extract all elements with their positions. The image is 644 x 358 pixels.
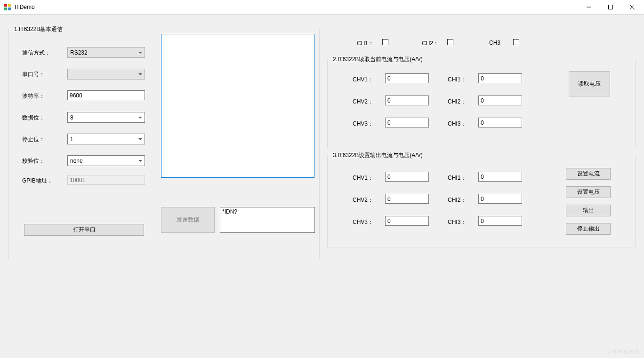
input-baud[interactable]	[67, 90, 145, 100]
chevron-down-icon	[138, 52, 142, 54]
label-data-bits: 数据位：	[22, 114, 45, 122]
chevron-down-icon	[138, 160, 142, 162]
read-voltage-button[interactable]: 读取电压	[569, 71, 610, 96]
input-r-chv3[interactable]	[385, 118, 429, 127]
combo-port[interactable]	[67, 69, 145, 80]
label-stop-bits: 停止位：	[22, 135, 45, 143]
label-ch3: CH3	[489, 40, 500, 46]
label-r-chi2: CHI2：	[448, 98, 466, 106]
label-r-chi1: CHI1：	[448, 76, 466, 84]
input-r-chv2[interactable]	[385, 95, 429, 105]
set-current-button[interactable]: 设置电流	[566, 168, 611, 180]
input-gpib: 10001	[67, 175, 145, 185]
chevron-down-icon	[138, 73, 142, 75]
label-r-chv1: CHV1：	[353, 76, 373, 84]
group-set-iv: 3.IT6322B设置输出电流与电压(A/V) CHV1： CHI1： CHV2…	[327, 155, 636, 247]
label-ch1: CH1：	[357, 40, 374, 48]
stop-output-button[interactable]: 停止输出	[566, 223, 611, 235]
label-parity: 校验位：	[22, 157, 45, 165]
label-port: 串口号：	[22, 71, 45, 79]
input-s-chv2[interactable]	[385, 194, 429, 204]
watermark: CSDN @长济	[608, 348, 639, 355]
label-baud: 波特率：	[22, 92, 45, 100]
label-gpib: GPIB地址：	[22, 177, 53, 185]
titlebar: ITDemo	[0, 0, 644, 15]
svg-rect-2	[4, 8, 7, 10]
label-s-chi2: CHI2：	[448, 196, 466, 204]
chevron-down-icon	[138, 138, 142, 140]
group-basic-comm: 1.IT6322B基本通信 通信方式： RS232 串口号： 波特率： 数据位：…	[8, 29, 320, 259]
group3-title: 3.IT6322B设置输出电流与电压(A/V)	[331, 151, 424, 159]
combo-data-bits[interactable]: 8	[67, 112, 145, 123]
app-icon	[4, 3, 11, 11]
input-s-chv1[interactable]	[385, 172, 429, 182]
command-textarea[interactable]	[220, 207, 315, 233]
input-r-chi2[interactable]	[478, 95, 522, 105]
open-port-button[interactable]: 打开串口	[24, 224, 144, 236]
input-s-chv3[interactable]	[385, 216, 429, 226]
checkbox-ch1[interactable]	[382, 39, 388, 45]
label-r-chv3: CHV3：	[353, 120, 373, 128]
log-textarea[interactable]	[161, 34, 314, 178]
label-s-chi1: CHI1：	[448, 174, 466, 182]
label-comm-method: 通信方式：	[22, 49, 50, 57]
input-s-chi1[interactable]	[478, 172, 522, 182]
combo-parity-value: none	[70, 158, 83, 164]
svg-rect-1	[8, 4, 11, 7]
input-s-chi2[interactable]	[478, 194, 522, 204]
minimize-button[interactable]	[578, 0, 600, 14]
output-button[interactable]: 输出	[566, 205, 611, 216]
label-s-chv2: CHV2：	[353, 196, 373, 204]
set-voltage-button[interactable]: 设置电压	[566, 186, 611, 198]
combo-comm-method[interactable]: RS232	[67, 47, 145, 58]
input-r-chv1[interactable]	[385, 73, 429, 83]
combo-parity[interactable]: none	[67, 155, 145, 166]
group1-title: 1.IT6322B基本通信	[13, 25, 64, 33]
window-title: ITDemo	[15, 4, 578, 10]
label-s-chv1: CHV1：	[353, 174, 373, 182]
input-r-chi1[interactable]	[478, 73, 522, 83]
combo-stop-bits[interactable]: 1	[67, 134, 145, 144]
input-s-chi3[interactable]	[478, 216, 522, 226]
send-data-button: 发送数据	[161, 207, 215, 233]
combo-stop-bits-value: 1	[70, 136, 73, 143]
label-ch2: CH2：	[422, 40, 439, 48]
combo-comm-method-value: RS232	[70, 49, 88, 56]
label-s-chi3: CHI3：	[448, 218, 466, 226]
svg-rect-3	[8, 8, 11, 10]
svg-rect-5	[609, 5, 613, 9]
gpib-value: 10001	[70, 177, 85, 183]
checkbox-ch3[interactable]	[513, 39, 519, 45]
close-button[interactable]	[621, 0, 643, 14]
checkbox-ch2[interactable]	[447, 39, 453, 45]
group2-title: 2.IT6322B读取当前电流与电压(A/V)	[331, 56, 424, 64]
combo-data-bits-value: 8	[70, 114, 73, 121]
label-r-chi3: CHI3：	[448, 120, 466, 128]
svg-rect-0	[4, 4, 7, 7]
maximize-button[interactable]	[600, 0, 621, 14]
label-s-chv3: CHV3：	[353, 218, 373, 226]
label-r-chv2: CHV2：	[353, 98, 373, 106]
input-r-chi3[interactable]	[478, 118, 522, 127]
chevron-down-icon	[138, 117, 142, 119]
group-read-iv: 2.IT6322B读取当前电流与电压(A/V) CHV1： CHI1： CHV2…	[327, 59, 636, 148]
